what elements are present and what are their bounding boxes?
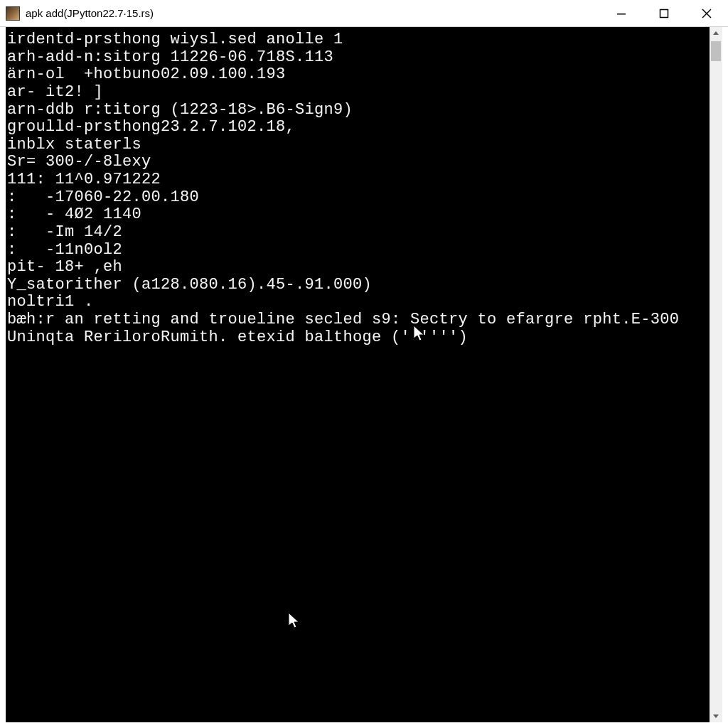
terminal-content[interactable]: irdentd-prsthong wiysl.sed anolle 1 arh-… [6, 27, 710, 722]
minimize-button[interactable] [600, 0, 643, 27]
terminal-line: : -11n0ol2 [7, 242, 708, 259]
close-button[interactable] [685, 0, 728, 27]
terminal-line: groulld-prsthong23.2.7.102.18, [7, 119, 708, 136]
vertical-scrollbar[interactable] [710, 27, 722, 722]
chevron-up-icon [712, 30, 719, 37]
terminal-line: 111: 11^0.971222 [7, 171, 708, 189]
terminal-line: noltri1 . [7, 294, 708, 311]
terminal-line: ärn-ol +hotbuno02.09.100.193 [7, 66, 708, 84]
terminal-line: Uninqta ReriloroRumith. etexid balthoge … [7, 329, 708, 347]
terminal-line: irdentd-prsthong wiysl.sed anolle 1 [7, 31, 708, 49]
terminal-line: Sr= 300-/-8lexy [7, 154, 708, 171]
window-title-bar: apk add(JPytton22.7·15.rs) [0, 0, 728, 27]
chevron-down-icon [712, 712, 719, 719]
app-icon [6, 6, 20, 21]
close-icon [702, 9, 712, 18]
terminal-line: inblx staterls [7, 136, 708, 154]
svg-rect-0 [617, 14, 626, 15]
terminal-line: arh-add-n:sitorg 11226-06.718S.113 [7, 49, 708, 67]
svg-rect-1 [660, 10, 668, 18]
terminal-line: pit- 18+ ,eh [7, 259, 708, 277]
scrollbar-up-button[interactable] [710, 27, 722, 40]
window-border-bottom [0, 722, 728, 728]
maximize-button[interactable] [643, 0, 685, 27]
terminal-line: bæh:r an retting and troueline secled s9… [7, 311, 708, 329]
window-controls [600, 0, 728, 26]
window-title: apk add(JPytton22.7·15.rs) [26, 7, 600, 19]
window-border-left [0, 27, 6, 728]
window-border-right [722, 27, 728, 728]
maximize-icon [659, 9, 669, 18]
terminal-line: Y_satorither (a128.080.16).45-.91.000) [7, 277, 708, 294]
scrollbar-thumb[interactable] [711, 41, 721, 61]
terminal-line: : -Im 14/2 [7, 224, 708, 242]
minimize-icon [616, 9, 626, 18]
terminal-line: arn-ddb r:titorg (1223-18>.B6-Sign9) [7, 102, 708, 119]
scrollbar-down-button[interactable] [710, 710, 722, 722]
terminal-line: : - 4Ø2 1140 [7, 206, 708, 224]
terminal-line: ar- it2! ] [7, 84, 708, 102]
terminal-line: : -17060-22.00.180 [7, 189, 708, 207]
